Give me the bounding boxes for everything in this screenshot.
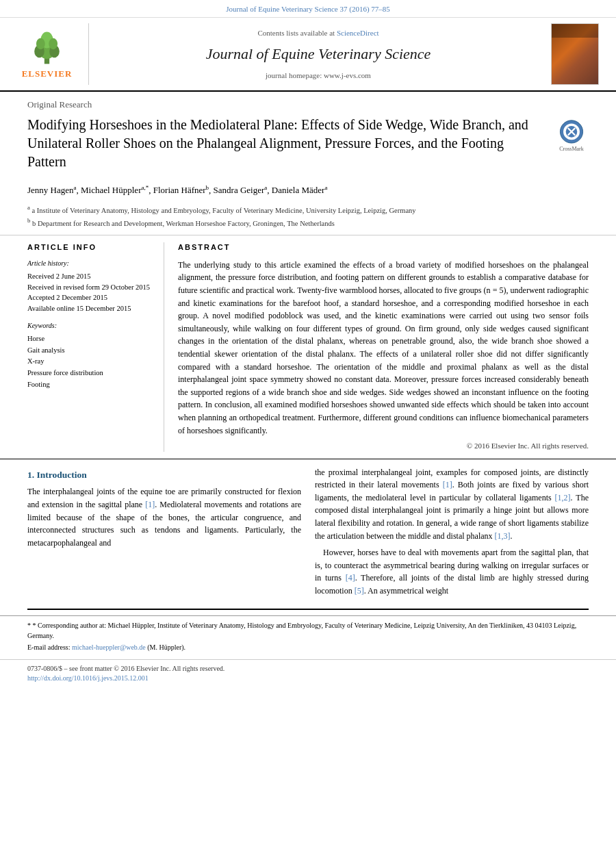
abstract-body: The underlying study to this article exa… <box>178 259 589 437</box>
intro-text-col1: The interphalangeal joints of the equine… <box>27 485 301 549</box>
received-date: Received 2 June 2015 <box>27 271 153 282</box>
footnote-star: * <box>27 622 33 629</box>
elsevier-name: ELSEVIER <box>22 68 73 80</box>
intro-text-col2: the proximal interphalangeal joint, exam… <box>315 466 589 598</box>
corresponding-note-text: * Corresponding author at: Michael Hüppl… <box>27 622 576 639</box>
publisher-logo-area: ELSEVIER <box>14 23 89 85</box>
introduction-heading: 1. Introduction <box>27 469 301 482</box>
article-history: Article history: Received 2 June 2015 Re… <box>27 259 153 314</box>
intro-para-1: The interphalangeal joints of the equine… <box>27 485 301 549</box>
abstract-paragraph: The underlying study to this article exa… <box>178 259 589 437</box>
svg-point-6 <box>49 38 57 50</box>
doi-link[interactable]: http://dx.doi.org/10.1016/j.jevs.2015.12… <box>27 674 224 683</box>
available-date: Available online 15 December 2015 <box>27 303 153 314</box>
sciencedirect-link[interactable]: ScienceDirect <box>337 29 379 37</box>
corresponding-author-note: * * Corresponding author at: Michael Hüp… <box>27 620 589 641</box>
crossmark-label: CrossMark <box>559 145 584 153</box>
keyword-horse: Horse <box>27 333 153 345</box>
journal-ref-text: Journal of Equine Veterinary Science 37 … <box>226 5 390 13</box>
email-link[interactable]: michael-hueppler@web.de <box>72 643 146 651</box>
authors-list: Jenny Hagena, Michael Hüpplera,*, Floria… <box>27 183 589 197</box>
affiliations-section: a a Institute of Veterinary Anatomy, His… <box>0 201 616 235</box>
ref-1-link[interactable]: [1] <box>145 500 155 509</box>
affiliation-a: a a Institute of Veterinary Anatomy, His… <box>27 203 589 216</box>
article-type-section: Original Research <box>0 92 616 111</box>
journal-cover-area <box>548 23 602 85</box>
intro-para-3: However, horses have to deal with moveme… <box>315 546 589 597</box>
ref-4-link[interactable]: [4] <box>346 573 355 583</box>
author-sandra-geiger: Sandra Geiger <box>214 185 265 195</box>
elsevier-tree-icon <box>28 29 66 66</box>
keyword-xray: X-ray <box>27 356 153 368</box>
journal-title-area: Contents lists available at ScienceDirec… <box>89 23 548 85</box>
keyword-footing: Footing <box>27 379 153 391</box>
ref-5-link[interactable]: [5] <box>355 586 364 596</box>
ref-12-link[interactable]: [1,2] <box>555 493 571 502</box>
abstract-column: ABSTRACT The underlying study to this ar… <box>178 242 589 451</box>
article-type-label: Original Research <box>27 99 589 111</box>
intro-para-2: the proximal interphalangeal joint, exam… <box>315 466 589 543</box>
journal-cover-image <box>551 23 599 85</box>
keywords-label: Keywords: <box>27 321 153 331</box>
journal-title: Journal of Equine Veterinary Science <box>206 44 431 65</box>
article-info-column: ARTICLE INFO Article history: Received 2… <box>27 242 164 451</box>
author-jenny-hagen: Jenny Hagen <box>27 185 74 195</box>
issn-line: 0737-0806/$ – see front matter © 2016 El… <box>27 664 224 683</box>
elsevier-logo: ELSEVIER <box>22 29 73 80</box>
ref-13-link[interactable]: [1,3] <box>495 531 511 541</box>
article-history-label: Article history: <box>27 259 153 268</box>
crossmark-icon <box>558 119 585 144</box>
email-suffix: (M. Hüppler). <box>147 643 185 651</box>
article-info-heading: ARTICLE INFO <box>27 242 153 253</box>
copyright-notice: © 2016 Elsevier Inc. All rights reserved… <box>178 441 589 451</box>
journal-reference: Journal of Equine Veterinary Science 37 … <box>0 0 616 18</box>
email-line: E-mail address: michael-hueppler@web.de … <box>27 642 589 652</box>
journal-header: ELSEVIER Contents lists available at Sci… <box>0 18 616 92</box>
abstract-heading: ABSTRACT <box>178 242 589 253</box>
ref-1b-link[interactable]: [1] <box>443 480 452 489</box>
authors-section: Jenny Hagena, Michael Hüpplera,*, Floria… <box>0 178 616 202</box>
svg-point-5 <box>36 38 45 50</box>
two-column-body: 1. Introduction The interphalangeal join… <box>27 466 589 602</box>
author-florian-hafner: Florian Häfner <box>153 185 206 195</box>
received-revised-date: Received in revised form 29 October 2015 <box>27 282 153 293</box>
article-title-section: Modifying Horseshoes in the Mediolateral… <box>0 116 616 178</box>
journal-homepage: journal homepage: www.j-evs.com <box>266 71 371 81</box>
author-daniela-mader: Daniela Mäder <box>272 185 325 195</box>
body-section: 1. Introduction The interphalangeal join… <box>0 459 616 609</box>
keyword-gait: Gait analysis <box>27 345 153 357</box>
author-michael-huppler: Michael Hüppler <box>81 185 141 195</box>
crossmark-badge[interactable]: CrossMark <box>554 119 589 153</box>
body-column-left: 1. Introduction The interphalangeal join… <box>27 466 301 602</box>
affiliation-b: b b Department for Research and Developm… <box>27 216 589 229</box>
body-column-right: the proximal interphalangeal joint, exam… <box>315 466 589 602</box>
contents-available-text: Contents lists available at ScienceDirec… <box>257 28 378 38</box>
footnote-section: * * Corresponding author at: Michael Hüp… <box>0 615 616 656</box>
keyword-pressure: Pressure force distribution <box>27 368 153 379</box>
main-content-area: ARTICLE INFO Article history: Received 2… <box>0 235 616 459</box>
issn-text: 0737-0806/$ – see front matter © 2016 El… <box>27 664 224 674</box>
bottom-bar: 0737-0806/$ – see front matter © 2016 El… <box>0 659 616 687</box>
email-label: E-mail address: <box>27 643 70 651</box>
accepted-date: Accepted 2 December 2015 <box>27 292 153 303</box>
keywords-section: Keywords: Horse Gait analysis X-ray Pres… <box>27 321 153 391</box>
article-title: Modifying Horseshoes in the Mediolateral… <box>27 116 554 171</box>
footnote-divider <box>27 609 589 610</box>
